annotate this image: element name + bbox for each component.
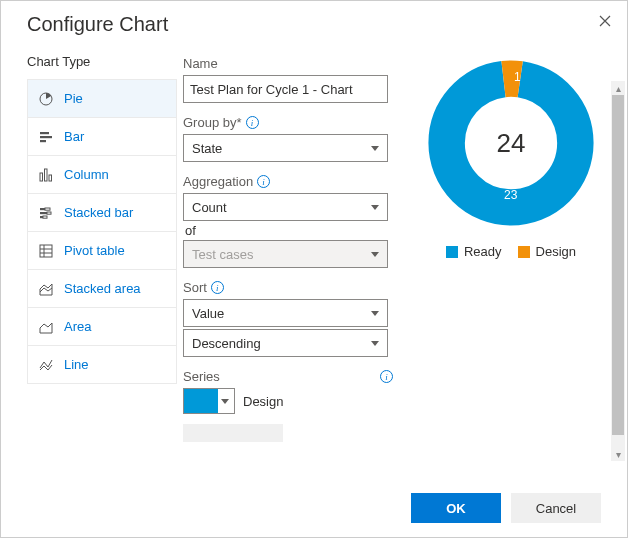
series-label: Series i xyxy=(183,369,393,384)
chart-type-label-text: Column xyxy=(64,167,109,182)
info-icon[interactable]: i xyxy=(246,116,259,129)
svg-rect-2 xyxy=(40,136,52,138)
scroll-down-icon[interactable]: ▾ xyxy=(611,447,625,461)
donut-total: 24 xyxy=(426,58,596,228)
svg-rect-6 xyxy=(49,175,52,181)
column-icon xyxy=(38,167,54,183)
legend-item: Design xyxy=(518,244,576,259)
dialog-title: Configure Chart xyxy=(27,13,613,36)
stacked-area-icon xyxy=(38,281,54,297)
svg-rect-7 xyxy=(40,208,45,210)
of-label: of xyxy=(185,223,393,238)
svg-rect-5 xyxy=(45,169,48,181)
scrollbar[interactable]: ▴ ▾ xyxy=(611,81,625,461)
close-button[interactable] xyxy=(593,9,617,33)
chart-type-label-text: Area xyxy=(64,319,91,334)
stacked-bar-icon xyxy=(38,205,54,221)
chart-type-pie[interactable]: Pie xyxy=(28,79,176,117)
chart-type-label-text: Stacked area xyxy=(64,281,141,296)
svg-rect-10 xyxy=(47,212,51,214)
sort-label: Sort i xyxy=(183,280,393,295)
series-name: Design xyxy=(243,394,283,409)
chart-type-label-text: Pivot table xyxy=(64,243,125,258)
pie-icon xyxy=(38,91,54,107)
scroll-thumb[interactable] xyxy=(612,95,624,435)
aggregation-select[interactable]: Count xyxy=(183,193,388,221)
svg-rect-12 xyxy=(43,216,47,218)
info-icon[interactable]: i xyxy=(380,370,393,383)
legend-swatch xyxy=(446,246,458,258)
chart-type-stacked-area[interactable]: Stacked area xyxy=(28,269,176,307)
legend-item: Ready xyxy=(446,244,502,259)
chart-legend: Ready Design xyxy=(446,244,576,259)
sort-direction-select[interactable]: Descending xyxy=(183,329,388,357)
scroll-up-icon[interactable]: ▴ xyxy=(611,81,625,95)
chart-type-label-text: Bar xyxy=(64,129,84,144)
svg-rect-1 xyxy=(40,132,49,134)
group-by-select[interactable]: State xyxy=(183,134,388,162)
ok-button[interactable]: OK xyxy=(411,493,501,523)
chart-type-area[interactable]: Area xyxy=(28,307,176,345)
info-icon[interactable]: i xyxy=(211,281,224,294)
of-select: Test cases xyxy=(183,240,388,268)
bar-icon xyxy=(38,129,54,145)
line-icon xyxy=(38,357,54,373)
chart-type-line[interactable]: Line xyxy=(28,345,176,383)
group-by-label: Group by* i xyxy=(183,115,393,130)
chart-type-label: Chart Type xyxy=(27,54,177,69)
chart-type-bar[interactable]: Bar xyxy=(28,117,176,155)
chart-type-list: Pie Bar Column Stacked bar xyxy=(27,79,177,384)
series-placeholder xyxy=(183,424,283,442)
cancel-button[interactable]: Cancel xyxy=(511,493,601,523)
pivot-table-icon xyxy=(38,243,54,259)
aggregation-label: Aggregation i xyxy=(183,174,393,189)
svg-rect-3 xyxy=(40,140,46,142)
color-swatch xyxy=(184,389,218,413)
svg-rect-9 xyxy=(40,212,47,214)
donut-segment-label: 23 xyxy=(504,188,517,202)
svg-rect-4 xyxy=(40,173,43,181)
chart-type-label-text: Pie xyxy=(64,91,83,106)
sort-field-select[interactable]: Value xyxy=(183,299,388,327)
svg-rect-13 xyxy=(40,245,52,257)
area-icon xyxy=(38,319,54,335)
svg-rect-8 xyxy=(45,208,50,210)
name-label: Name xyxy=(183,56,393,71)
donut-chart: 24 1 23 xyxy=(426,58,596,228)
legend-swatch xyxy=(518,246,530,258)
donut-segment-label: 1 xyxy=(514,70,521,84)
series-color-picker[interactable] xyxy=(183,388,235,414)
chart-type-pivot-table[interactable]: Pivot table xyxy=(28,231,176,269)
close-icon xyxy=(599,15,611,27)
name-input[interactable] xyxy=(183,75,388,103)
chart-type-label-text: Line xyxy=(64,357,89,372)
chart-type-label-text: Stacked bar xyxy=(64,205,133,220)
info-icon[interactable]: i xyxy=(257,175,270,188)
chart-type-column[interactable]: Column xyxy=(28,155,176,193)
chart-type-stacked-bar[interactable]: Stacked bar xyxy=(28,193,176,231)
